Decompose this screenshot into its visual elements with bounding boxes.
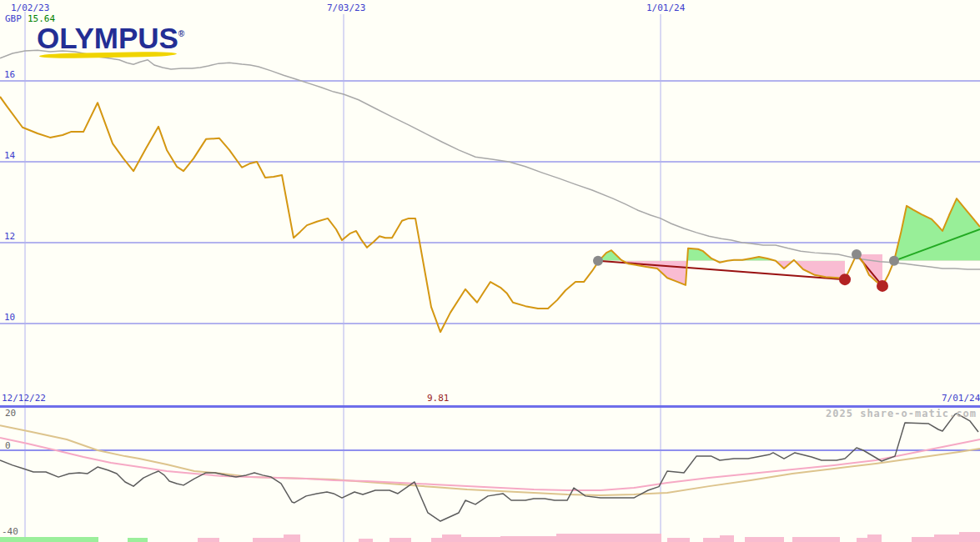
x-axis-date-label: 1/01/24: [646, 3, 685, 13]
x-axis-start-date-label: 12/12/22: [2, 394, 46, 403]
indicator-axis-tick: 20: [5, 409, 16, 418]
registered-trademark-icon: ®: [178, 29, 184, 38]
x-axis-date-label: 7/03/23: [327, 3, 365, 13]
olympus-logo-text: OLYMPUS: [37, 22, 178, 54]
indicator-axis-tick: -40: [2, 527, 18, 536]
period-low-label: 9.81: [427, 394, 450, 403]
currency-label: GBP: [5, 14, 22, 23]
price-axis-tick: 16: [4, 70, 15, 79]
x-axis-date-label: 1/02/23: [11, 3, 49, 13]
price-axis-tick: 14: [4, 151, 15, 160]
stock-chart-page: 1/02/23 7/03/23 1/01/24 GBP 15.64 16 14 …: [0, 0, 980, 542]
watermark-text: 2025 share-o-matic.com: [826, 408, 977, 419]
olympus-logo: OLYMPUS®: [37, 25, 204, 52]
x-axis-end-date-label: 7/01/24: [942, 394, 980, 403]
chart-plot-area: [0, 0, 980, 542]
price-axis-tick: 12: [4, 232, 15, 241]
price-axis-tick: 10: [4, 313, 15, 322]
indicator-axis-tick: 0: [5, 441, 11, 450]
